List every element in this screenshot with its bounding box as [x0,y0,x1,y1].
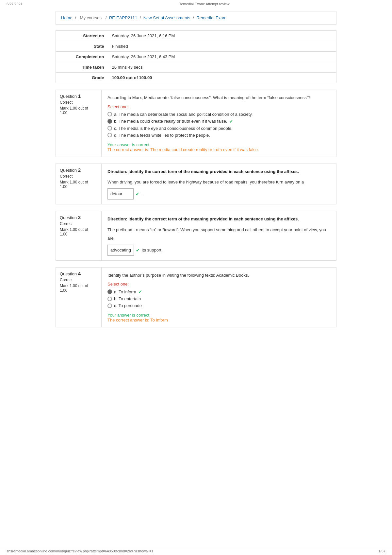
question-mark-4: Mark 1.00 out of1.00 [60,284,97,293]
select-label-1: Select one: [107,104,330,109]
blank-answer-3: advocating [107,245,134,256]
option-1-a: a. The media can deteriorate the social … [107,112,330,117]
question-sidebar-4: Question 4 Correct Mark 1.00 out of1.00 [56,268,102,327]
after-blank-2: . [141,190,143,198]
question-block-3: Question 3 Correct Mark 1.00 out of1.00 … [56,211,336,261]
question-status-4: Correct [60,278,97,282]
feedback-answer-1: The correct answer is: The media could c… [107,147,330,152]
question-mark-1: Mark 1.00 out of1.00 [60,106,97,115]
question-label-1: Question 1 [60,93,97,99]
state-value: Finished [108,41,336,52]
select-label-4: Select one: [107,282,330,286]
question-block-2: Question 2 Correct Mark 1.00 out of1.00 … [56,164,336,205]
radio-empty-1-a [107,112,112,116]
radio-filled-1-b [107,119,112,124]
feedback-correct-1: Your answer is correct. [107,142,330,147]
footer-url: shsremedial.amaesonline.com/mod/quiz/rev… [7,549,154,553]
feedback-answer-4: The correct answer is: To inform [107,318,330,322]
check-icon-1-b: ✔ [229,119,233,124]
question-mark-3: Mark 1.00 out of1.00 [60,227,97,236]
question-sidebar-2: Question 2 Correct Mark 1.00 out of1.00 [56,164,102,204]
fillblank-container-3: The prefix ad - means “to” or “toward”. … [107,226,330,256]
breadcrumb-sep3: / [140,15,142,20]
fillblank-container-2: When driving, you are forced to leave th… [107,178,330,199]
option-4-a: a. To inform ✔ [107,289,330,294]
direction-2: Direction: Identify the correct term of … [107,168,330,175]
started-on-value: Saturday, 26 June 2021, 6:16 PM [108,31,336,41]
question-status-2: Correct [60,174,97,179]
question-text-1: According to Marx, Media create “false c… [107,95,330,101]
radio-empty-4-c [107,304,112,308]
option-1-d: d. The media feeds white lies to protect… [107,133,330,138]
completed-on-value: Saturday, 26 June 2021, 6:43 PM [108,52,336,62]
date-label: 6/27/2021 [7,2,23,6]
question-label-2: Question 2 [60,167,97,173]
question-text-before-blank-3: The prefix ad - means “to” or “toward”. … [107,226,330,243]
question-label-3: Question 3 [60,215,97,220]
started-on-label: Started on [56,31,108,41]
time-taken-label: Time taken [56,62,108,73]
blank-check-2: ✔ [136,189,139,199]
check-icon-4-a: ✔ [138,289,142,294]
breadcrumb-exam[interactable]: Remedial Exam [196,15,226,20]
breadcrumb-home[interactable]: Home [61,15,73,20]
option-1-b: b. The media could create reality or tru… [107,119,330,124]
option-1-c: c. The media is the eye and consciousnes… [107,126,330,131]
direction-3: Direction: Identify the correct term of … [107,216,330,222]
breadcrumb-sep1: / [75,15,77,20]
question-status-3: Correct [60,221,97,226]
footer-page-num: 1/37 [379,549,385,553]
radio-filled-4-a [107,289,112,294]
breadcrumb-sep4: / [193,15,195,20]
breadcrumb-assessment[interactable]: New Set of Assessments [143,15,190,20]
completed-on-label: Completed on [56,52,108,62]
breadcrumb-mycourses: My courses [80,15,102,20]
blank-check-3: ✔ [136,246,140,255]
question-block-4: Question 4 Correct Mark 1.00 out of1.00 … [56,267,336,328]
breadcrumb-sep2: / [106,15,108,20]
question-content-4: Identify the author’s purpose in writing… [102,268,336,327]
question-text-4: Identify the author’s purpose in writing… [107,272,330,279]
question-mark-2: Mark 1.00 out of1.00 [60,180,97,189]
question-content-3: Direction: Identify the correct term of … [102,211,336,260]
question-block-1: Question 1 Correct Mark 1.00 out of1.00 … [56,90,336,157]
grade-label: Grade [56,73,108,83]
page-title-center: Remedial Exam: Attempt review [179,2,230,6]
options-list-1: a. The media can deteriorate the social … [107,112,330,138]
after-blank-3: its support. [142,246,163,254]
radio-empty-4-b [107,297,112,301]
feedback-correct-4: Your answer is correct. [107,313,330,318]
blank-answer-2: detour [107,188,134,199]
breadcrumb-course[interactable]: RE-EAPP2111 [109,15,137,20]
feedback-1: Your answer is correct. The correct answ… [107,142,330,152]
question-content-1: According to Marx, Media create “false c… [102,90,336,157]
option-4-b: b. To entertain [107,296,330,301]
footer: shsremedial.amaesonline.com/mod/quiz/rev… [0,547,392,555]
question-sidebar-3: Question 3 Correct Mark 1.00 out of1.00 [56,211,102,260]
breadcrumb: Home / My courses / RE-EAPP2111 / New Se… [56,11,336,25]
time-taken-value: 26 mins 43 secs [108,62,336,73]
radio-empty-1-c [107,126,112,130]
grade-value: 100.00 out of 100.00 [108,73,336,83]
info-table: Started on Saturday, 26 June 2021, 6:16 … [56,30,336,83]
question-label-4: Question 4 [60,271,97,276]
options-list-4: a. To inform ✔ b. To entertain c. To per… [107,289,330,308]
question-sidebar-1: Question 1 Correct Mark 1.00 out of1.00 [56,90,102,157]
radio-empty-1-d [107,133,112,137]
feedback-4: Your answer is correct. The correct answ… [107,313,330,322]
state-label: State [56,41,108,52]
option-4-c: c. To persuade [107,303,330,308]
question-text-before-blank-2: When driving, you are forced to leave th… [107,178,304,186]
question-status-1: Correct [60,100,97,105]
question-content-2: Direction: Identify the correct term of … [102,164,336,204]
questions-container: Question 1 Correct Mark 1.00 out of1.00 … [56,90,336,327]
